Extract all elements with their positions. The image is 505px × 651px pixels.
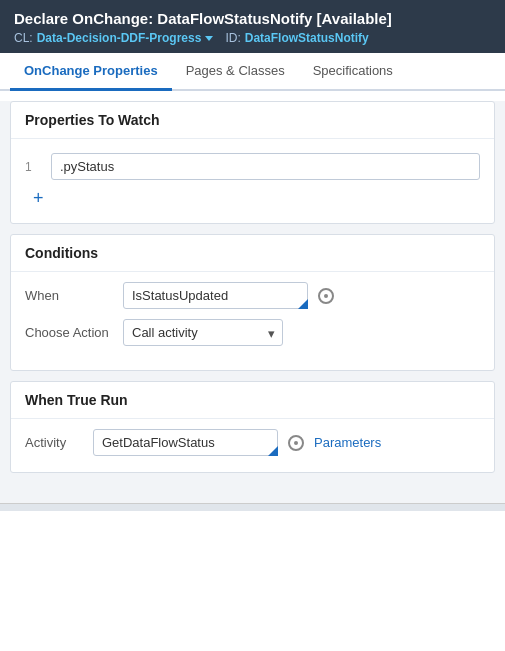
choose-action-label: Choose Action bbox=[25, 325, 115, 340]
id-value: DataFlowStatusNotify bbox=[245, 31, 369, 45]
cl-label: CL: bbox=[14, 31, 33, 45]
when-true-section-title: When True Run bbox=[11, 382, 494, 419]
target-dot bbox=[324, 294, 328, 298]
header-subtitle: CL: Data-Decision-DDF-Progress ID: DataF… bbox=[14, 31, 491, 45]
when-row: When bbox=[25, 282, 480, 309]
target-icon[interactable] bbox=[316, 286, 336, 306]
when-true-section: When True Run Activity Parameters bbox=[10, 381, 495, 473]
scroll-indicator bbox=[0, 503, 505, 511]
id-label: ID: bbox=[225, 31, 240, 45]
activity-blue-corner-icon bbox=[268, 446, 278, 456]
action-select[interactable]: Call activity Run data transform Set pro… bbox=[123, 319, 283, 346]
tab-bar: OnChange Properties Pages & Classes Spec… bbox=[0, 53, 505, 91]
tab-pages-classes[interactable]: Pages & Classes bbox=[172, 53, 299, 91]
header: Declare OnChange: DataFlowStatusNotify [… bbox=[0, 0, 505, 53]
main-content: Properties To Watch 1 + Conditions When bbox=[0, 101, 505, 503]
activity-input-wrap bbox=[93, 429, 278, 456]
properties-body: 1 + bbox=[11, 139, 494, 223]
property-row: 1 bbox=[25, 147, 480, 186]
chevron-down-icon[interactable] bbox=[205, 36, 213, 41]
tab-onchange-properties[interactable]: OnChange Properties bbox=[10, 53, 172, 91]
cl-value-text: Data-Decision-DDF-Progress bbox=[37, 31, 202, 45]
choose-action-row: Choose Action Call activity Run data tra… bbox=[25, 319, 480, 346]
activity-target-circle bbox=[288, 435, 304, 451]
activity-target-dot bbox=[294, 441, 298, 445]
activity-target-icon[interactable] bbox=[286, 433, 306, 453]
header-title: Declare OnChange: DataFlowStatusNotify [… bbox=[14, 10, 491, 27]
when-input[interactable] bbox=[123, 282, 308, 309]
add-property-button[interactable]: + bbox=[25, 186, 52, 211]
blue-corner-icon bbox=[298, 299, 308, 309]
parameters-link[interactable]: Parameters bbox=[314, 435, 381, 450]
when-input-wrap bbox=[123, 282, 308, 309]
conditions-section: Conditions When Choose Action bbox=[10, 234, 495, 371]
row-number: 1 bbox=[25, 160, 41, 174]
activity-row: Activity Parameters bbox=[25, 429, 480, 456]
conditions-body: When Choose Action Call activity bbox=[11, 272, 494, 370]
target-circle bbox=[318, 288, 334, 304]
bottom-spacer bbox=[0, 483, 505, 503]
property-input[interactable] bbox=[51, 153, 480, 180]
conditions-section-title: Conditions bbox=[11, 235, 494, 272]
properties-section-title: Properties To Watch bbox=[11, 102, 494, 139]
activity-label: Activity bbox=[25, 435, 85, 450]
cl-value: Data-Decision-DDF-Progress bbox=[37, 31, 214, 45]
activity-input[interactable] bbox=[93, 429, 278, 456]
action-select-wrap: Call activity Run data transform Set pro… bbox=[123, 319, 283, 346]
properties-section: Properties To Watch 1 + bbox=[10, 101, 495, 224]
when-label: When bbox=[25, 288, 115, 303]
tab-specifications[interactable]: Specifications bbox=[299, 53, 407, 91]
when-true-body: Activity Parameters bbox=[11, 419, 494, 472]
